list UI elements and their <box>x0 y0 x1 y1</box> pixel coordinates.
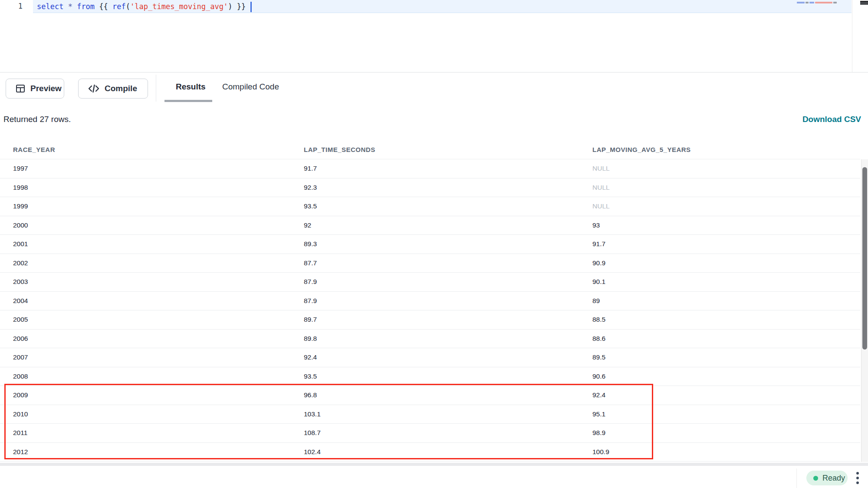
returned-rows-text: Returned 27 rows. <box>3 115 71 124</box>
table-cell: 93 <box>579 221 860 229</box>
table-grid-icon <box>16 84 25 93</box>
table-row: 199791.7NULL <box>0 159 860 178</box>
compile-button[interactable]: Compile <box>78 79 148 99</box>
table-cell: 90.1 <box>579 278 860 286</box>
kebab-dot <box>856 472 859 475</box>
table-cell: 89.3 <box>291 240 579 248</box>
table-cell: 87.9 <box>291 297 579 305</box>
table-row: 200792.489.5 <box>0 348 860 367</box>
kebab-dot <box>856 477 859 479</box>
table-cell: 2005 <box>0 316 291 323</box>
tab-compiled-code[interactable]: Compiled Code <box>222 73 279 101</box>
table-body: 199791.7NULL199892.3NULL199993.5NULL2000… <box>0 159 860 462</box>
code-token-trailing-space <box>246 2 250 11</box>
editor-scrollbar-thumb[interactable] <box>860 1 868 5</box>
table-scrollbar-track[interactable] <box>861 159 868 462</box>
tab-results[interactable]: Results <box>176 73 206 101</box>
table-row: 200996.892.4 <box>0 386 860 405</box>
table-row: 2012102.4100.9 <box>0 443 860 462</box>
download-csv-link[interactable]: Download CSV <box>802 115 861 124</box>
table-cell: 89.7 <box>291 316 579 323</box>
status-bar-divider <box>796 468 797 488</box>
table-cell: 90.9 <box>579 259 860 267</box>
table-cell: 95.1 <box>579 410 860 418</box>
code-line[interactable]: select * from {{ ref('lap_times_moving_a… <box>37 2 252 12</box>
table-cell: 108.7 <box>291 429 579 437</box>
table-row: 199892.3NULL <box>0 178 860 198</box>
table-cell: 2010 <box>0 410 291 418</box>
table-cell: 92.4 <box>291 353 579 361</box>
table-cell: 93.5 <box>291 202 579 210</box>
table-row: 2011108.798.9 <box>0 424 860 443</box>
table-cell: 2002 <box>0 259 291 267</box>
text-cursor <box>250 2 252 12</box>
table-cell: 88.5 <box>579 316 860 323</box>
table-cell: 2004 <box>0 297 291 305</box>
table-cell: 2009 <box>0 391 291 399</box>
table-cell: 91.7 <box>579 240 860 248</box>
code-token-ref: ref <box>112 2 126 11</box>
code-token-paren-close: ) <box>228 2 232 11</box>
toolbar-divider <box>156 75 156 102</box>
table-row: 200589.788.5 <box>0 310 860 330</box>
column-header-lap-moving-avg[interactable]: LAP_MOVING_AVG_5_YEARS <box>579 146 860 153</box>
compile-button-label: Compile <box>105 84 137 93</box>
code-editor[interactable]: 1 select * from {{ ref('lap_times_moving… <box>0 0 868 72</box>
results-toolbar: Preview Compile Results Compiled Code <box>0 72 868 103</box>
table-cell: 88.6 <box>579 335 860 343</box>
column-header-race-year[interactable]: RACE_YEAR <box>0 146 291 153</box>
table-cell: 2000 <box>0 221 291 229</box>
active-tab-underline <box>164 100 212 102</box>
table-cell: 1999 <box>0 202 291 210</box>
table-row: 200893.590.6 <box>0 367 860 386</box>
table-cell: 2012 <box>0 448 291 456</box>
table-cell: 96.8 <box>291 391 579 399</box>
table-cell: 2006 <box>0 335 291 343</box>
code-token-jinja-open: {{ <box>99 2 112 11</box>
table-row: 200387.990.1 <box>0 273 860 292</box>
minimap-segment <box>815 2 832 3</box>
table-cell: 91.7 <box>291 165 579 172</box>
code-token-string: 'lap_times_moving_avg' <box>130 2 228 11</box>
minimap-divider <box>852 0 852 72</box>
table-cell: 2001 <box>0 240 291 248</box>
code-token-paren-open: ( <box>126 2 130 11</box>
table-cell: 2008 <box>0 373 291 380</box>
table-cell: NULL <box>579 184 860 191</box>
kebab-dot <box>856 481 859 484</box>
table-cell: 103.1 <box>291 410 579 418</box>
table-cell: 87.9 <box>291 278 579 286</box>
table-cell: 2003 <box>0 278 291 286</box>
ready-dot-icon <box>813 476 818 481</box>
editor-minimap <box>797 1 849 4</box>
preview-button-label: Preview <box>30 84 62 93</box>
table-cell: NULL <box>579 202 860 210</box>
code-token-select: select <box>37 2 68 11</box>
panel-divider <box>0 463 868 466</box>
minimap-segment <box>797 2 805 3</box>
table-cell: 1998 <box>0 184 291 191</box>
table-row: 200287.790.9 <box>0 254 860 273</box>
table-cell: 87.7 <box>291 259 579 267</box>
status-bar: Ready <box>0 466 868 488</box>
table-cell: NULL <box>579 165 860 172</box>
table-cell: 93.5 <box>291 373 579 380</box>
table-row: 20009293 <box>0 216 860 235</box>
table-cell: 1997 <box>0 165 291 172</box>
table-header-row: RACE_YEAR LAP_TIME_SECONDS LAP_MOVING_AV… <box>0 140 860 159</box>
table-row: 199993.5NULL <box>0 197 860 216</box>
preview-button[interactable]: Preview <box>6 79 64 99</box>
table-cell: 92.4 <box>579 391 860 399</box>
table-row: 2010103.195.1 <box>0 405 860 424</box>
minimap-segment <box>806 2 809 3</box>
table-cell: 90.6 <box>579 373 860 380</box>
table-cell: 98.9 <box>579 429 860 437</box>
table-scrollbar-thumb[interactable] <box>862 167 867 350</box>
table-cell: 102.4 <box>291 448 579 456</box>
table-cell: 100.9 <box>579 448 860 456</box>
line-number: 1 <box>0 2 23 10</box>
column-header-lap-time-seconds[interactable]: LAP_TIME_SECONDS <box>291 146 579 153</box>
code-brackets-icon <box>88 84 99 93</box>
minimap-segment <box>809 2 814 3</box>
kebab-menu-icon[interactable] <box>855 471 860 485</box>
